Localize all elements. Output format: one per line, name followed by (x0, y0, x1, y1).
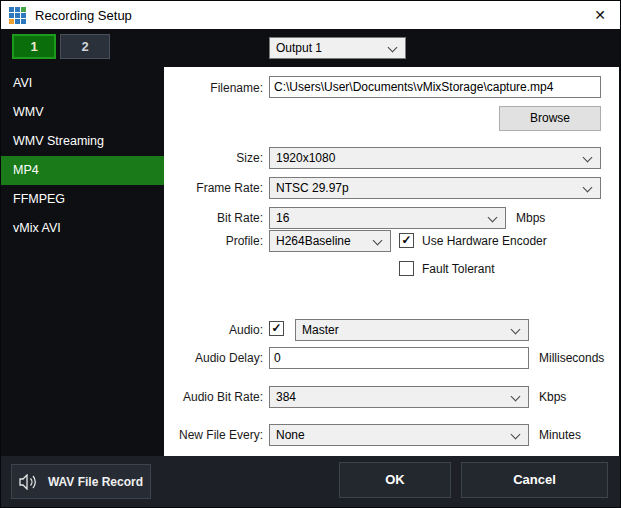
frame-rate-select[interactable]: NTSC 29.97p (269, 177, 601, 199)
sidebar-item-avi[interactable]: AVI (1, 69, 164, 98)
frame-rate-select-value: NTSC 29.97p (276, 181, 349, 195)
vmix-logo-icon (9, 7, 26, 24)
output-select[interactable]: Output 1 (269, 37, 406, 59)
recording-setup-window: Recording Setup ✕ 1 2 Output 1 AVI WMV W… (0, 0, 621, 508)
audio-delay-input[interactable] (269, 347, 529, 369)
output-select-value: Output 1 (276, 41, 322, 55)
audio-label: Audio: (166, 323, 263, 337)
fault-tolerant-checkbox[interactable] (399, 261, 414, 276)
audio-delay-label: Audio Delay: (166, 351, 263, 365)
fault-tolerant-label: Fault Tolerant (422, 262, 495, 276)
sidebar-item-mp4[interactable]: MP4 (1, 156, 164, 185)
size-label: Size: (166, 151, 263, 165)
new-file-every-label: New File Every: (166, 428, 263, 442)
use-hardware-encoder-label: Use Hardware Encoder (422, 234, 547, 248)
filename-input[interactable] (269, 76, 601, 98)
audio-bit-rate-select-value: 384 (276, 390, 296, 404)
chevron-down-icon (488, 213, 498, 223)
tab-output-1[interactable]: 1 (12, 34, 56, 59)
window-title: Recording Setup (35, 8, 132, 23)
sidebar-item-wmv-streaming[interactable]: WMV Streaming (1, 127, 164, 156)
wav-file-record-label: WAV File Record (48, 475, 143, 489)
chevron-down-icon (583, 153, 593, 163)
ok-button[interactable]: OK (339, 462, 451, 498)
profile-select-value: H264Baseline (276, 234, 351, 248)
frame-rate-label: Frame Rate: (166, 181, 263, 195)
tab-output-2[interactable]: 2 (60, 34, 110, 59)
audio-bit-rate-unit: Kbps (539, 390, 566, 404)
chevron-down-icon (511, 430, 521, 440)
chevron-down-icon (583, 183, 593, 193)
bit-rate-select[interactable]: 16 (269, 207, 506, 229)
profile-select[interactable]: H264Baseline (269, 230, 391, 252)
chevron-down-icon (511, 392, 521, 402)
audio-source-select[interactable]: Master (295, 319, 529, 341)
chevron-down-icon (373, 236, 383, 246)
titlebar: Recording Setup ✕ (1, 1, 620, 29)
sidebar-item-ffmpeg[interactable]: FFMPEG (1, 185, 164, 214)
speaker-icon (19, 474, 39, 490)
audio-checkbox[interactable]: ✓ (269, 321, 284, 336)
filename-label: Filename: (166, 81, 263, 95)
cancel-button[interactable]: Cancel (461, 462, 608, 498)
size-select-value: 1920x1080 (276, 151, 335, 165)
new-file-every-select-value: None (276, 428, 305, 442)
new-file-every-unit: Minutes (539, 428, 581, 442)
wav-file-record-button[interactable]: WAV File Record (11, 464, 151, 499)
chevron-down-icon (388, 43, 398, 53)
audio-bit-rate-select[interactable]: 384 (269, 386, 529, 408)
bit-rate-select-value: 16 (276, 211, 289, 225)
audio-bit-rate-label: Audio Bit Rate: (166, 390, 263, 404)
new-file-every-select[interactable]: None (269, 424, 529, 446)
audio-source-select-value: Master (302, 323, 339, 337)
chevron-down-icon (511, 325, 521, 335)
audio-delay-unit: Milliseconds (539, 351, 604, 365)
profile-label: Profile: (166, 234, 263, 248)
browse-button[interactable]: Browse (499, 106, 601, 131)
sidebar-item-vmix-avi[interactable]: vMix AVI (1, 214, 164, 243)
sidebar-item-wmv[interactable]: WMV (1, 98, 164, 127)
bit-rate-label: Bit Rate: (166, 211, 263, 225)
use-hardware-encoder-checkbox[interactable]: ✓ (399, 233, 414, 248)
size-select[interactable]: 1920x1080 (269, 147, 601, 169)
bit-rate-unit: Mbps (516, 211, 545, 225)
close-icon[interactable]: ✕ (594, 5, 606, 25)
